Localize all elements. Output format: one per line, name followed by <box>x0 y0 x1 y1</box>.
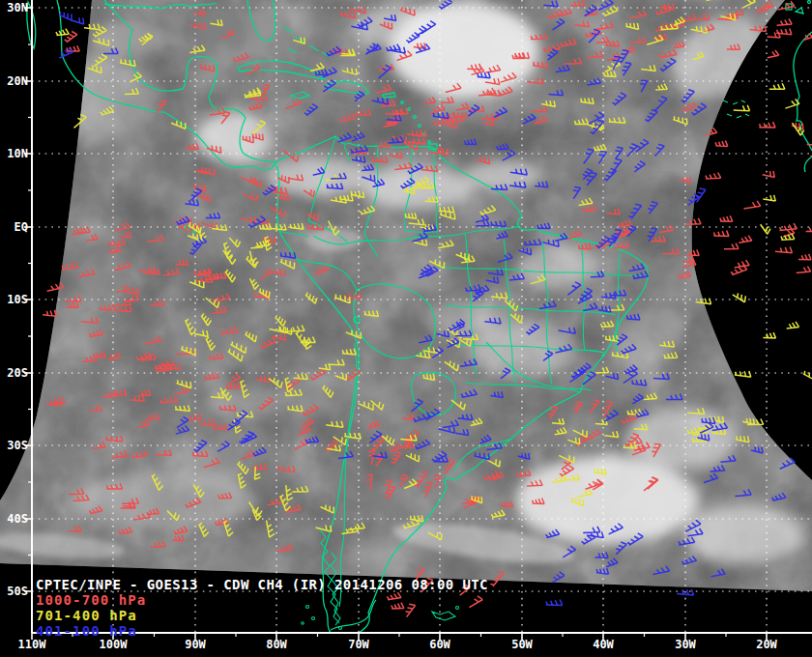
wind-barb-low <box>715 140 728 146</box>
wind-barb-low <box>775 247 793 253</box>
legend-mid-level: 701-400 hPa <box>36 608 137 623</box>
lat-label-20N: 20N <box>1 75 28 88</box>
wind-barb-low <box>65 32 77 43</box>
wind-barb-mid <box>735 371 751 377</box>
wind-barb-low <box>43 310 56 316</box>
wind-barb-low <box>743 201 760 209</box>
wind-barb-mid <box>763 332 775 338</box>
wind-barb-low <box>724 243 739 249</box>
wind-barb-mid <box>733 293 746 302</box>
lat-label-10N: 10N <box>1 148 28 160</box>
lon-label-80W: 80W <box>255 639 298 651</box>
lon-label-110W: 110W <box>11 639 53 651</box>
wind-barb-low <box>763 171 775 177</box>
lon-label-70W: 70W <box>337 639 380 651</box>
wind-barb-mid <box>781 234 795 241</box>
lon-label-20W: 20W <box>745 639 788 651</box>
wind-barb-low <box>768 50 779 58</box>
wind-barb-low <box>470 596 483 608</box>
wind-barb-high <box>546 600 563 606</box>
lon-label-90W: 90W <box>174 639 217 651</box>
satellite-wind-product: 30N20N10NEQ10S20S30S40S50S110W100W90W80W… <box>0 0 812 657</box>
wind-barb-low <box>776 29 792 35</box>
capeverde-islands <box>723 100 749 118</box>
lat-label-30N: 30N <box>1 2 28 14</box>
falkland-islands <box>432 607 459 621</box>
wind-barb-low <box>713 231 729 237</box>
lon-label-30W: 30W <box>664 639 707 651</box>
lat-label-20S: 20S <box>1 367 28 380</box>
wind-barb-low <box>706 173 721 180</box>
wind-barb-mid <box>56 29 69 36</box>
wind-barb-mid <box>734 105 750 111</box>
wind-barb-mid <box>763 195 775 201</box>
coast-africa-south <box>804 157 812 172</box>
wind-barb-low <box>777 18 793 25</box>
lon-label-50W: 50W <box>501 639 543 651</box>
lat-label-50S: 50S <box>1 586 28 598</box>
map-canvas <box>0 0 812 657</box>
lon-label-60W: 60W <box>419 639 461 651</box>
lat-label-30S: 30S <box>1 440 28 452</box>
wind-barb-mid <box>769 83 785 89</box>
lon-label-40W: 40W <box>582 639 624 651</box>
wind-barb-low <box>720 215 733 221</box>
wind-barb-low <box>392 603 404 609</box>
wind-barb-low <box>735 260 750 268</box>
lat-label-EQ: EQ <box>1 221 28 234</box>
wind-barb-low <box>387 592 401 600</box>
wind-barb-low <box>406 604 416 616</box>
wind-barb-mid <box>787 322 799 328</box>
legend-low-level: 1000-700 hPa <box>36 592 146 608</box>
lon-label-100W: 100W <box>92 639 134 651</box>
wind-barb-high <box>59 12 72 20</box>
map-title: CPTEC/INPE - GOES13 - CDW CH4 (IR) 20141… <box>36 577 488 592</box>
wind-barb-low <box>797 267 811 273</box>
wind-barb-mid <box>761 224 770 234</box>
legend-high-level: 401-100 hPa <box>36 623 137 639</box>
lat-label-10S: 10S <box>1 294 28 306</box>
wind-barb-low <box>739 236 752 243</box>
wind-barb-low <box>798 254 811 260</box>
wind-barb-low <box>759 122 775 128</box>
lat-label-40S: 40S <box>1 513 28 526</box>
wind-barb-high <box>71 17 84 24</box>
